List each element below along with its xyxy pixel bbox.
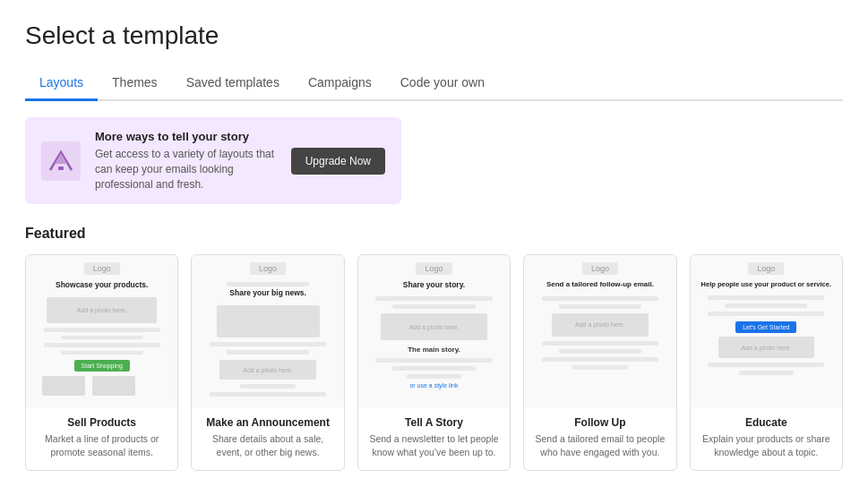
template-preview-3: Logo Share your story. Add a photo here.… bbox=[358, 255, 510, 407]
preview-logo-5: Logo bbox=[748, 262, 784, 275]
upgrade-icon bbox=[41, 141, 81, 181]
template-desc-1: Market a line of products or promote sea… bbox=[35, 432, 168, 458]
preview-logo-4: Logo bbox=[582, 262, 618, 275]
template-info-4: Follow Up Send a tailored email to peopl… bbox=[524, 407, 675, 469]
preview-headline-4: Send a tailored follow-up email. bbox=[546, 280, 654, 289]
tab-campaigns[interactable]: Campaigns bbox=[294, 66, 386, 101]
preview-line-4a bbox=[542, 296, 658, 301]
preview-logo-2: Logo bbox=[250, 262, 286, 275]
preview-link-3: or use a style link bbox=[409, 382, 458, 389]
preview-img-3: Add a photo here. bbox=[381, 313, 488, 340]
preview-img-4: Add a photo here. bbox=[552, 313, 648, 337]
preview-line-3e bbox=[407, 374, 461, 379]
preview-line-2c bbox=[227, 350, 309, 355]
featured-grid: Logo Showcase your products. Add a photo… bbox=[25, 254, 843, 470]
template-preview-2: Logo Share your big news. Add a photo he… bbox=[192, 255, 343, 407]
preview-line-4c bbox=[542, 341, 658, 346]
preview-img-2 bbox=[217, 305, 320, 337]
template-info-3: Tell A Story Send a newsletter to let pe… bbox=[358, 407, 510, 469]
upgrade-desc: Get access to a variety of layouts that … bbox=[95, 147, 277, 192]
preview-headline-1: Showcase your products. bbox=[56, 280, 148, 290]
preview-line-4e bbox=[542, 357, 658, 362]
tab-layouts[interactable]: Layouts bbox=[25, 66, 98, 101]
upgrade-button[interactable]: Upgrade Now bbox=[291, 148, 385, 175]
template-desc-4: Send a tailored email to people who have… bbox=[533, 432, 666, 458]
preview-img-1: Add a photo here. bbox=[47, 297, 157, 323]
upgrade-text: More ways to tell your story Get access … bbox=[95, 130, 277, 192]
preview-cta-5: Let's Get Started bbox=[735, 321, 796, 333]
template-name-3: Tell A Story bbox=[367, 416, 501, 429]
preview-line-5d bbox=[708, 363, 824, 367]
template-name-5: Educate bbox=[700, 416, 833, 429]
preview-cta-1: Start Shopping bbox=[74, 360, 130, 372]
preview-line-3b bbox=[392, 304, 475, 309]
preview-line-3d bbox=[392, 366, 475, 371]
preview-line-4b bbox=[559, 304, 641, 309]
template-info-5: Educate Explain your products or share k… bbox=[691, 407, 842, 469]
preview-headline-3: Share your story. bbox=[403, 280, 465, 290]
preview-line-5b bbox=[725, 303, 807, 308]
preview-line-1d bbox=[61, 351, 143, 355]
template-followup[interactable]: Logo Send a tailored follow-up email. Ad… bbox=[523, 254, 676, 470]
featured-section: Featured Logo Showcase your products. Ad… bbox=[25, 226, 843, 470]
preview-img-2b: Add a photo here. bbox=[219, 360, 315, 380]
tab-saved-templates[interactable]: Saved templates bbox=[172, 66, 294, 101]
template-preview-5: Logo Help people use your product or ser… bbox=[691, 255, 842, 407]
preview-headline-2: Share your big news. bbox=[229, 288, 306, 298]
preview-line-2a bbox=[227, 282, 309, 286]
template-preview-4: Logo Send a tailored follow-up email. Ad… bbox=[524, 255, 675, 407]
template-name-4: Follow Up bbox=[533, 416, 666, 429]
template-announcement[interactable]: Logo Share your big news. Add a photo he… bbox=[191, 254, 344, 470]
template-desc-2: Share details about a sale, event, or ot… bbox=[201, 432, 334, 458]
preview-line-1a bbox=[44, 328, 160, 332]
page-container: Select a template Layouts Themes Saved t… bbox=[0, 0, 868, 487]
preview-line-4d bbox=[559, 349, 641, 354]
tabs-nav: Layouts Themes Saved templates Campaigns… bbox=[25, 66, 843, 101]
preview-line-2d bbox=[240, 384, 295, 389]
preview-line-5c bbox=[708, 312, 824, 316]
preview-line-1b bbox=[61, 336, 143, 340]
preview-logo-3: Logo bbox=[416, 262, 451, 275]
page-title: Select a template bbox=[25, 21, 843, 50]
preview-small-1a bbox=[42, 376, 85, 396]
template-name-2: Make an Announcement bbox=[201, 416, 334, 429]
preview-line-2e bbox=[210, 392, 326, 397]
preview-line-1c bbox=[44, 343, 160, 347]
preview-headline-5: Help people use your product or service. bbox=[701, 280, 831, 289]
preview-logo-1: Logo bbox=[84, 262, 120, 275]
preview-line-2b bbox=[210, 342, 326, 346]
template-sell-products[interactable]: Logo Showcase your products. Add a photo… bbox=[25, 254, 178, 470]
template-name-1: Sell Products bbox=[35, 416, 168, 429]
preview-line-3a bbox=[375, 296, 492, 301]
template-info-2: Make an Announcement Share details about… bbox=[192, 407, 343, 469]
svg-rect-1 bbox=[58, 167, 64, 170]
preview-line-5a bbox=[708, 295, 824, 300]
template-desc-3: Send a newsletter to let people know wha… bbox=[367, 432, 501, 458]
preview-small-1b bbox=[92, 376, 135, 396]
template-preview-1: Logo Showcase your products. Add a photo… bbox=[26, 255, 177, 407]
template-story[interactable]: Logo Share your story. Add a photo here.… bbox=[357, 254, 511, 470]
template-desc-5: Explain your products or share knowledge… bbox=[700, 432, 833, 458]
preview-line-3c bbox=[375, 358, 492, 363]
preview-sub-3: The main story. bbox=[408, 346, 460, 354]
tab-code-your-own[interactable]: Code your own bbox=[386, 66, 499, 101]
template-info-1: Sell Products Market a line of products … bbox=[26, 407, 177, 469]
preview-line-4f bbox=[572, 365, 627, 370]
preview-line-5e bbox=[739, 371, 794, 375]
preview-img-5: Add a photo here. bbox=[718, 337, 814, 358]
upgrade-title: More ways to tell your story bbox=[95, 130, 277, 143]
template-educate[interactable]: Logo Help people use your product or ser… bbox=[690, 254, 843, 470]
preview-two-col-1 bbox=[40, 374, 164, 397]
tab-themes[interactable]: Themes bbox=[98, 66, 172, 101]
upgrade-banner: More ways to tell your story Get access … bbox=[25, 117, 401, 204]
featured-section-title: Featured bbox=[25, 226, 843, 242]
